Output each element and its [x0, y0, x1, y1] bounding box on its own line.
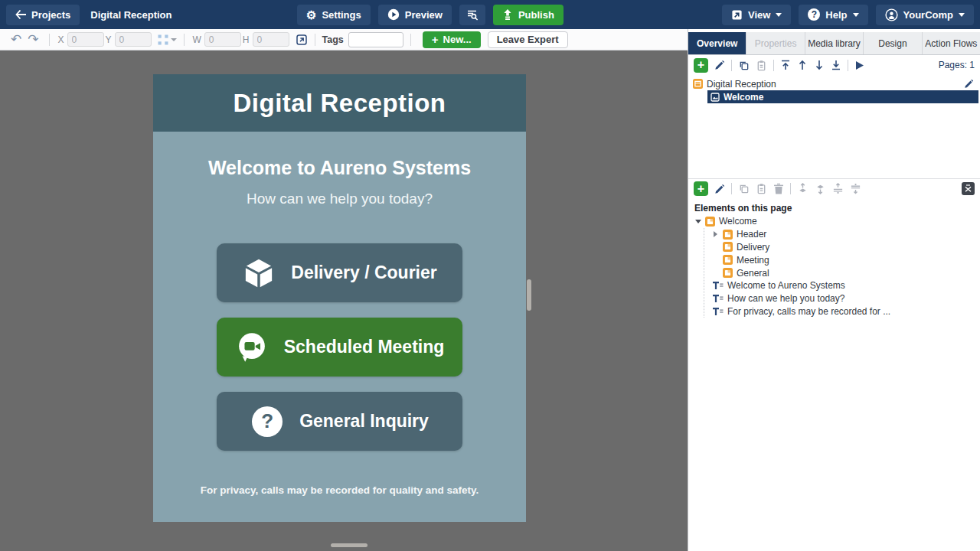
- collapse-icon[interactable]: [694, 220, 701, 223]
- tree-item-label: Header: [737, 229, 766, 240]
- add-element-button[interactable]: +: [694, 181, 708, 196]
- back-arrow-icon: [15, 10, 26, 19]
- arrow-up-icon: [797, 60, 808, 70]
- mockup-welcome-heading[interactable]: Welcome to Aureno Systems: [153, 157, 526, 179]
- expand-icon[interactable]: [712, 231, 719, 237]
- variable-x-icon: [964, 184, 972, 193]
- tree-item-welcome[interactable]: Welcome: [694, 215, 980, 228]
- top-navbar: Projects Digital Reception ⚙ Settings Pr…: [0, 0, 980, 29]
- horizontal-scrollbar[interactable]: [331, 543, 368, 547]
- help-icon: ?: [808, 8, 820, 21]
- account-dropdown[interactable]: YourComp: [876, 5, 974, 25]
- tree-item-text-welcome[interactable]: Welcome to Aureno Systems: [712, 279, 980, 292]
- tab-action-flows[interactable]: Action Flows: [923, 32, 980, 54]
- tree-item-header[interactable]: Header: [712, 228, 980, 241]
- general-inquiry-label: General Inquiry: [299, 411, 429, 432]
- page-row-welcome[interactable]: Welcome: [707, 90, 978, 103]
- video-chat-icon: [235, 331, 269, 364]
- copy-page-button[interactable]: [738, 60, 750, 71]
- vertical-scrollbar[interactable]: [527, 279, 531, 311]
- tree-item-label: Delivery: [737, 242, 769, 253]
- tree-item-meeting[interactable]: Meeting: [712, 253, 980, 266]
- paste-page-button[interactable]: [756, 60, 767, 71]
- edit-element-button[interactable]: [714, 184, 725, 194]
- page-mockup[interactable]: Digital Reception Welcome to Aureno Syst…: [153, 74, 526, 522]
- play-icon: [854, 60, 864, 70]
- tree-item-label: Welcome to Aureno Systems: [727, 280, 845, 291]
- tree-item-delivery[interactable]: Delivery: [712, 241, 980, 254]
- panel-tabs: Overview Properties Media library Design…: [688, 32, 980, 55]
- tree-item-label: Welcome: [719, 216, 757, 227]
- elements-heading: Elements on this page: [688, 198, 980, 215]
- tab-overview[interactable]: Overview: [688, 32, 746, 54]
- preview-label: Preview: [405, 9, 443, 21]
- scheduled-meeting-button[interactable]: Scheduled Meeting: [217, 318, 462, 377]
- send-to-back-button[interactable]: [815, 183, 826, 194]
- new-element-button[interactable]: + New...: [423, 31, 481, 48]
- publish-label: Publish: [518, 9, 554, 21]
- fullscreen-element-button[interactable]: [296, 34, 308, 46]
- tree-item-label: Meeting: [737, 255, 769, 266]
- publish-button[interactable]: Publish: [493, 5, 564, 25]
- play-page-button[interactable]: [854, 60, 864, 70]
- delivery-courier-button[interactable]: Delivery / Courier: [217, 243, 462, 302]
- anchor-selector[interactable]: [158, 34, 177, 45]
- project-tree-row[interactable]: Digital Reception: [693, 77, 978, 90]
- mockup-subheading[interactable]: How can we help you today?: [153, 191, 526, 207]
- tab-media-library[interactable]: Media library: [805, 32, 864, 54]
- preview-button[interactable]: Preview: [378, 5, 452, 25]
- chevron-down-icon: [776, 13, 782, 17]
- copy-element-button[interactable]: [738, 183, 750, 194]
- view-dropdown[interactable]: View: [722, 5, 791, 25]
- design-canvas[interactable]: Digital Reception Welcome to Aureno Syst…: [0, 51, 688, 551]
- move-page-down-button[interactable]: [814, 60, 825, 70]
- move-page-up-button[interactable]: [797, 60, 808, 70]
- tree-item-text-privacy[interactable]: For privacy, calls may be recorded for .…: [712, 305, 980, 318]
- help-dropdown[interactable]: ? Help: [799, 5, 867, 25]
- send-backward-icon: [850, 183, 861, 194]
- group-icon: [723, 255, 733, 265]
- tree-item-label: For privacy, calls may be recorded for .…: [727, 306, 890, 317]
- settings-button[interactable]: ⚙ Settings: [297, 5, 371, 25]
- add-page-button[interactable]: +: [694, 58, 708, 73]
- move-page-to-top-button[interactable]: [780, 60, 791, 70]
- bring-to-front-button[interactable]: [797, 183, 808, 194]
- tree-item-text-help[interactable]: How can we help you today?: [712, 292, 980, 305]
- chevron-down-icon: [959, 13, 965, 17]
- edit-project-name-button[interactable]: [964, 79, 974, 89]
- delete-element-button[interactable]: [773, 183, 784, 194]
- bring-forward-button[interactable]: [832, 183, 844, 194]
- width-input[interactable]: [204, 32, 241, 47]
- pages-toolbar: + Pages: 1: [688, 55, 980, 75]
- leave-expert-button[interactable]: Leave Expert: [488, 31, 568, 48]
- right-panel: Overview Properties Media library Design…: [688, 29, 980, 551]
- activity-log-button[interactable]: [459, 5, 485, 25]
- general-inquiry-button[interactable]: ? General Inquiry: [217, 392, 462, 451]
- paste-element-button[interactable]: [756, 183, 767, 194]
- pages-count: Pages: 1: [939, 60, 975, 70]
- pencil-icon: [714, 60, 725, 70]
- x-input[interactable]: [67, 32, 104, 47]
- height-input[interactable]: [253, 32, 289, 47]
- tree-item-general[interactable]: General: [712, 266, 980, 279]
- package-icon: [242, 256, 276, 290]
- page-row-label: Welcome: [724, 92, 763, 103]
- move-page-to-bottom-button[interactable]: [831, 60, 841, 70]
- tags-input[interactable]: [348, 32, 403, 47]
- send-backward-button[interactable]: [850, 183, 861, 194]
- edit-page-button[interactable]: [714, 60, 725, 70]
- elements-toolbar: +: [688, 178, 980, 198]
- tab-properties[interactable]: Properties: [746, 32, 805, 54]
- tab-design[interactable]: Design: [864, 32, 922, 54]
- mockup-footer-note[interactable]: For privacy, calls may be recorded for q…: [153, 484, 526, 496]
- undo-button[interactable]: ↶: [8, 33, 24, 46]
- chevron-down-icon: [853, 13, 859, 17]
- mockup-header[interactable]: Digital Reception: [153, 74, 526, 132]
- variables-button[interactable]: [962, 182, 975, 195]
- back-to-projects-button[interactable]: Projects: [6, 5, 80, 25]
- project-title: Digital Reception: [90, 9, 172, 21]
- redo-button[interactable]: ↷: [24, 33, 41, 46]
- y-input[interactable]: [115, 32, 152, 47]
- group-icon: [723, 230, 733, 240]
- list-search-icon: [466, 8, 479, 21]
